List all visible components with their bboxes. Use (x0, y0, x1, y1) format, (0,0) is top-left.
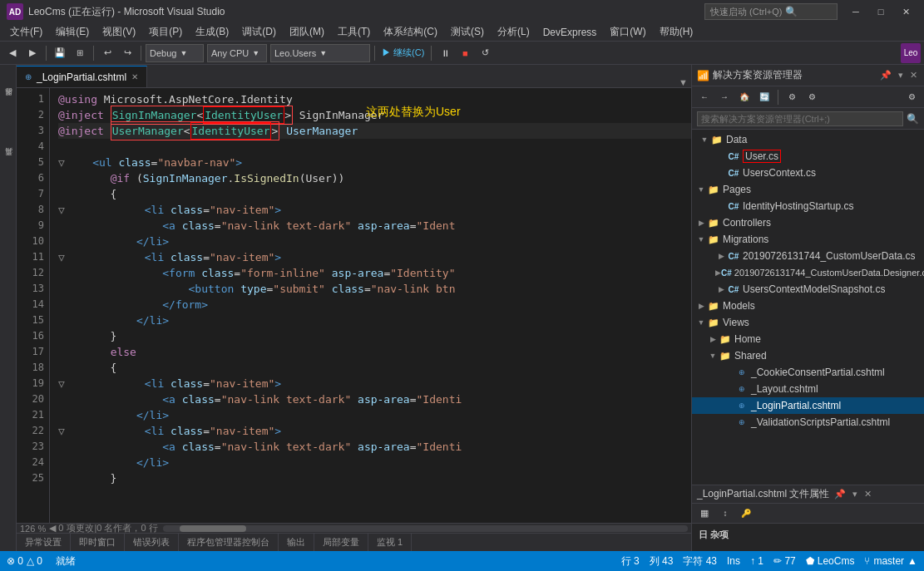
se-more-btn[interactable]: ⚙ (902, 88, 921, 106)
menu-item-e[interactable]: 编辑(E) (49, 23, 96, 41)
prop-menu-btn[interactable]: ▾ (851, 487, 859, 501)
panel-close-button[interactable]: ✕ (908, 68, 919, 82)
tree-item-login-partial[interactable]: ⊕ _LoginPartial.cshtml (692, 397, 924, 414)
user-icon[interactable]: Leo (901, 43, 921, 63)
scrollbar-track[interactable] (163, 525, 688, 532)
save-all-button[interactable]: ⊞ (71, 44, 89, 62)
tree-item-views[interactable]: ▼ 📁 Views (692, 314, 924, 331)
se-settings-btn[interactable]: ⚙ (803, 88, 821, 106)
forward-button[interactable]: ▶ (23, 44, 42, 62)
tab-bar: ⊕ _LoginPartial.cshtml ✕ ▼ (17, 65, 691, 88)
expand-19[interactable]: ▽ (58, 376, 65, 391)
prop-header: _LoginPartial.cshtml 文件属性 📌 ▾ ✕ (692, 485, 924, 504)
bottom-tab-程序包管理器控制台[interactable]: 程序包管理器控制台 (179, 534, 279, 552)
bottom-tab-即时窗口[interactable]: 即时窗口 (71, 534, 125, 552)
tree-item-cookie[interactable]: ⊕ _CookieConsentPartial.cshtml (692, 364, 924, 381)
code-area[interactable]: @using Microsoft.AspNetCore.Identity @in… (50, 88, 691, 523)
status-char[interactable]: 字符 43 (683, 554, 717, 569)
se-filter-btn[interactable]: ⚙ (783, 88, 801, 106)
bottom-tab-错误列表[interactable]: 错误列表 (125, 534, 179, 552)
menu-item-devexpress[interactable]: DevExpress (536, 25, 604, 40)
prop-pin-btn[interactable]: 📌 (833, 487, 847, 501)
tree-item-migrations[interactable]: ▼ 📁 Migrations (692, 231, 924, 248)
debug-mode-dropdown[interactable]: Debug ▼ (146, 44, 204, 62)
tree-item-pages[interactable]: ▼ 📁 Pages (692, 181, 924, 198)
prop-grid-btn[interactable]: ▦ (695, 505, 714, 523)
pin-button[interactable]: 📌 (878, 68, 893, 82)
tree-item-shared[interactable]: ▼ 📁 Shared (692, 347, 924, 364)
minimize-button[interactable]: ─ (844, 0, 867, 23)
prop-key-btn[interactable]: 🔑 (737, 505, 755, 523)
tree-item-migration1[interactable]: ▶ C# 20190726131744_CustomUserData.cs (692, 248, 924, 264)
save-button[interactable]: 💾 (51, 44, 69, 62)
pause-button[interactable]: ⏸ (436, 44, 454, 62)
status-line[interactable]: 行 3 (621, 554, 640, 569)
tree-item-layout[interactable]: ⊕ _Layout.cshtml (692, 381, 924, 397)
tree-item-home[interactable]: ▶ 📁 Home (692, 331, 924, 347)
expand-8[interactable]: ▽ (58, 202, 65, 218)
toolbox-icon[interactable]: 工具箱 (1, 136, 16, 186)
tree-item-data[interactable]: ▼ 📁 Data (692, 131, 924, 148)
menu-item-h[interactable]: 帮助(H) (653, 23, 700, 41)
back-button[interactable]: ◀ (3, 44, 22, 62)
se-forward-btn[interactable]: → (715, 88, 734, 106)
cpu-mode-dropdown[interactable]: Any CPU ▼ (207, 44, 267, 62)
expand-5[interactable]: ▽ (58, 155, 65, 170)
redo-button[interactable]: ↪ (118, 44, 136, 62)
tree-item-user-cs[interactable]: C# User.cs (692, 148, 924, 165)
menu-item-f[interactable]: 文件(F) (3, 23, 49, 41)
tree-item-identity-hosting[interactable]: C# IdentityHostingStartup.cs (692, 198, 924, 214)
menu-item-t[interactable]: 工具(T) (331, 23, 377, 41)
se-search-input[interactable] (697, 111, 903, 126)
bottom-tab-监视1[interactable]: 监视 1 (368, 534, 412, 552)
undo-button[interactable]: ↩ (98, 44, 116, 62)
tree-item-snapshot[interactable]: ▶ C# UsersContextModelSnapshot.cs (692, 281, 924, 298)
toolbar-separator-2 (93, 46, 94, 61)
menu-item-v[interactable]: 视图(V) (96, 23, 142, 41)
se-refresh-btn[interactable]: 🔄 (755, 88, 773, 106)
status-branch[interactable]: ⑂ master ▲ (864, 554, 917, 569)
run-button[interactable]: ▶ 继续(C) (379, 44, 427, 62)
tab-login-partial[interactable]: ⊕ _LoginPartial.cshtml ✕ (17, 66, 147, 87)
menu-item-l[interactable]: 分析(L) (491, 23, 536, 41)
tree-item-migration2[interactable]: ▶ C# 20190726131744_CustomUserData.Desig… (692, 264, 924, 281)
editor-collapse-btn[interactable]: ▼ (675, 77, 691, 87)
menu-item-w[interactable]: 窗口(W) (603, 23, 652, 41)
horizontal-scrollbar[interactable]: 126 % ◀ 0 项更改|0 名作者，0 行 (17, 523, 691, 533)
tree-item-controllers[interactable]: ▶ 📁 Controllers (692, 214, 924, 231)
expand-22[interactable]: ▽ (58, 423, 65, 439)
status-ready[interactable]: ⊗ 0 △ 0 (7, 555, 42, 567)
status-col[interactable]: 列 43 (650, 554, 674, 569)
stop-button[interactable]: ■ (456, 44, 474, 62)
close-button[interactable]: ✕ (894, 0, 917, 23)
menu-item-m[interactable]: 团队(M) (283, 23, 331, 41)
project-dropdown[interactable]: Leo.Users ▼ (270, 44, 370, 62)
editor-content[interactable]: 12345 678910 1112131415 1617181920 21222… (17, 88, 691, 523)
se-properties-btn[interactable]: 🏠 (735, 88, 754, 106)
code-line-25: } (58, 470, 691, 486)
maximize-button[interactable]: □ (869, 0, 892, 23)
menu-item-d[interactable]: 调试(D) (235, 23, 283, 41)
expand-11[interactable]: ▽ (58, 249, 65, 265)
tab-close-button[interactable]: ✕ (131, 72, 138, 81)
scrollbar-thumb[interactable] (180, 525, 246, 532)
menu-item-p[interactable]: 项目(P) (142, 23, 189, 41)
bottom-tab-输出[interactable]: 输出 (279, 534, 314, 552)
tree-item-validation[interactable]: ⊕ _ValidationScriptsPartial.cshtml (692, 414, 924, 431)
status-ins[interactable]: Ins (727, 554, 740, 569)
prop-close-btn[interactable]: ✕ (862, 487, 873, 501)
prop-az-btn[interactable]: ↕ (716, 505, 734, 523)
bottom-tab-局部变量[interactable]: 局部变量 (314, 534, 368, 552)
menu-item-c[interactable]: 体系结构(C) (377, 23, 444, 41)
tree-item-models[interactable]: ▶ 📁 Models (692, 298, 924, 314)
menu-item-b[interactable]: 生成(B) (189, 23, 235, 41)
server-explorer-icon[interactable]: 服务器 (1, 68, 16, 135)
quick-launch[interactable]: 快速启动 (Ctrl+Q) 🔍 (704, 3, 838, 20)
restart-button[interactable]: ↺ (476, 44, 494, 62)
menu-item-s[interactable]: 测试(S) (444, 23, 491, 41)
se-back-btn[interactable]: ← (695, 88, 714, 106)
tree-item-userscontext[interactable]: C# UsersContext.cs (692, 165, 924, 181)
panel-menu-button[interactable]: ▾ (897, 68, 905, 82)
bottom-tab-异常设置[interactable]: 异常设置 (17, 534, 71, 552)
code-line-23: <a class = "nav-link text-dark" asp-area… (58, 439, 691, 455)
